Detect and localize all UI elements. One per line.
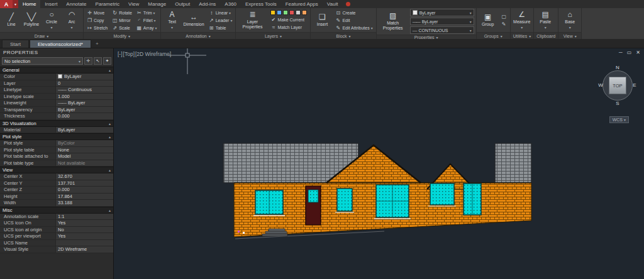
panel-label-properties[interactable]: Properties▾ — [377, 35, 476, 40]
base-button[interactable]: ⌂Base▾ — [560, 9, 579, 31]
property-value[interactable]: None — [55, 147, 113, 153]
panel-label-groups[interactable]: Groups▾ — [477, 32, 510, 39]
property-value[interactable]: ByColor — [55, 140, 113, 146]
section-header-misc[interactable]: Misc▴ — [0, 207, 113, 214]
view-controls-button[interactable]: [Top] — [123, 51, 135, 57]
polyline-button[interactable]: ╲╱Polyline — [22, 9, 41, 31]
ribbon-tab-vault[interactable]: Vault — [323, 0, 343, 8]
lineweight-dropdown[interactable]: ——ByLayer▾ — [410, 18, 474, 25]
panel-label-view[interactable]: View▾ — [558, 32, 581, 39]
model-viewport[interactable]: [-][Top][2D Wireframe] ─▭✕ N S W E TOP W… — [114, 48, 644, 279]
rotate-button[interactable]: ↻Rotate — [111, 9, 133, 16]
scale-button[interactable]: ⇗Scale — [111, 25, 133, 31]
visual-style-button[interactable]: [2D Wireframe] — [135, 51, 171, 57]
window-2[interactable] — [337, 189, 352, 211]
ribbon-tab-manage[interactable]: Manage — [143, 0, 170, 8]
property-value[interactable]: ByLayer — [55, 107, 113, 113]
compass-east[interactable]: E — [631, 82, 638, 88]
layer-color-icon[interactable] — [289, 10, 294, 15]
line-button[interactable]: ╱Line — [2, 9, 21, 31]
create-block-button[interactable]: ⊡Create — [334, 9, 374, 16]
logo-caret-icon[interactable]: ▾ — [13, 0, 18, 8]
marker-white[interactable] — [243, 232, 245, 234]
right-roof-block[interactable] — [495, 143, 531, 183]
layer-isolate-icon[interactable] — [302, 10, 307, 15]
property-value[interactable]: No — [55, 227, 113, 233]
layer-on-icon[interactable] — [270, 10, 275, 15]
ribbon-tab-express-tools[interactable]: Express Tools — [241, 0, 281, 8]
group-edit-button[interactable]: ✎ — [500, 21, 508, 28]
compass-south[interactable]: S — [614, 101, 621, 106]
ribbon-tab-featured-apps[interactable]: Featured Apps — [281, 0, 323, 8]
door-window[interactable] — [308, 190, 318, 202]
property-value[interactable]: Not available — [55, 160, 113, 167]
layer-properties-button[interactable]: ≣Layer Properties — [238, 9, 267, 31]
ribbon-tab-insert[interactable]: Insert — [40, 0, 62, 8]
property-value[interactable]: Model — [55, 153, 113, 160]
layer-lock-icon[interactable] — [283, 10, 288, 15]
panel-label-modify[interactable]: Modify▾ — [84, 32, 160, 39]
quick-select-button[interactable]: ✦ — [103, 57, 111, 65]
compass-north[interactable]: N — [614, 65, 621, 70]
pickadd-toggle[interactable]: ✛ — [84, 57, 92, 65]
property-value[interactable]: ——Continuous — [55, 87, 113, 93]
layer-freeze-icon[interactable] — [277, 10, 282, 15]
document-tab-elevationscolorized[interactable]: Elevationscolorized* — [30, 40, 91, 48]
property-value[interactable]: ——ByLayer — [55, 100, 113, 106]
property-value[interactable]: Yes — [55, 233, 113, 239]
property-value[interactable]: 17.864 — [55, 194, 113, 200]
property-value[interactable]: 1.000 — [55, 94, 113, 100]
array-button[interactable]: ▦Array▾ — [135, 25, 158, 31]
leader-button[interactable]: ↗Leader▾ — [208, 17, 234, 24]
view-compass[interactable]: N S W E TOP — [598, 66, 637, 105]
property-value[interactable]: 32.670 — [55, 173, 113, 180]
window-4[interactable] — [430, 183, 454, 205]
ribbon-tab-a360[interactable]: A360 — [220, 0, 241, 8]
wcs-dropdown[interactable]: WCS ▾ — [609, 116, 629, 123]
property-value[interactable]: ByLayer — [55, 127, 113, 133]
viewcube-top-face[interactable]: TOP — [609, 77, 626, 94]
select-objects-button[interactable]: ↖ — [94, 57, 102, 65]
text-button[interactable]: AText▾ — [163, 9, 182, 31]
property-value[interactable]: Yes — [55, 220, 113, 226]
section-header-plot-style[interactable]: Plot style▴ — [0, 133, 113, 140]
compass-west[interactable]: W — [597, 82, 604, 88]
property-value[interactable]: 0 — [55, 80, 113, 87]
section-header-3d-visualization[interactable]: 3D Visualization▴ — [0, 120, 113, 127]
linear-button[interactable]: ↕Linear▾ — [208, 9, 234, 16]
ribbon-tab-home[interactable]: Home — [18, 0, 40, 8]
panel-label-clipboard[interactable]: Clipboard — [534, 32, 558, 39]
match-properties-button[interactable]: ▨Match Properties — [379, 9, 408, 34]
stretch-button[interactable]: ↦Stretch — [86, 25, 109, 31]
mirror-button[interactable]: ◫Mirror — [111, 17, 133, 24]
panel-label-annotation[interactable]: Annotation▾ — [161, 32, 236, 39]
property-value[interactable]: ByLayer — [55, 74, 113, 80]
linetype-dropdown[interactable]: – –CONTINUOUS▾ — [410, 26, 474, 34]
move-button[interactable]: ✛Move — [86, 9, 109, 16]
property-value[interactable]: 0.000 — [55, 113, 113, 119]
ribbon-tab-output[interactable]: Output — [170, 0, 194, 8]
arc-button[interactable]: ◠Arc▾ — [62, 9, 81, 31]
fillet-button[interactable]: ◜Fillet▾ — [135, 17, 158, 24]
new-tab-button[interactable]: + — [92, 40, 103, 48]
property-value[interactable] — [55, 240, 113, 246]
property-value[interactable]: 137.701 — [55, 180, 113, 187]
ribbon-tab-view[interactable]: View — [124, 0, 143, 8]
measure-button[interactable]: ∠Measure▾ — [513, 9, 531, 31]
ribbon-tab-parametric[interactable]: Parametric — [91, 0, 124, 8]
ungroup-button[interactable]: ▢ — [500, 13, 508, 20]
insert-button[interactable]: ❏Insert — [313, 9, 331, 31]
marker-magenta[interactable] — [238, 231, 240, 232]
panel-label-draw[interactable]: Draw▾ — [0, 32, 83, 39]
ribbon-tab-annotate[interactable]: Annotate — [62, 0, 91, 8]
paste-button[interactable]: ▤Paste▾ — [536, 9, 555, 31]
viewport-menu-button[interactable]: [-] — [118, 51, 123, 57]
panel-label-block[interactable]: Block▾ — [311, 32, 375, 39]
selection-dropdown[interactable]: No selection ▾ — [2, 57, 83, 65]
circle-button[interactable]: ○Circle▾ — [42, 9, 61, 31]
make-current-button[interactable]: ✔Make Current — [269, 16, 308, 23]
restore-icon[interactable]: ▭ — [627, 50, 632, 55]
dimension-button[interactable]: ↔Dimension — [183, 9, 205, 31]
group-button[interactable]: ▣Group — [479, 9, 497, 31]
section-header-view[interactable]: View▴ — [0, 167, 113, 173]
